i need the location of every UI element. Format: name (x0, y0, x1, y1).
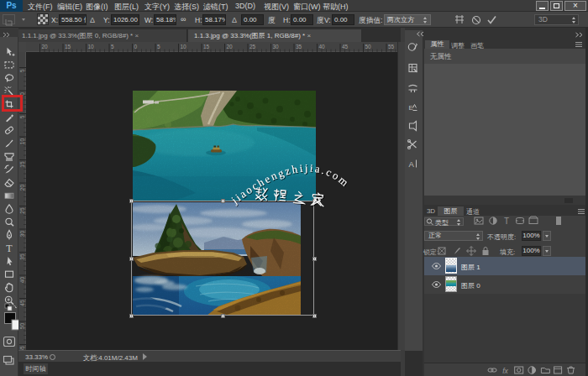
svg-text:5: 5 (111, 44, 114, 50)
svg-text:20: 20 (227, 44, 234, 50)
svg-text:T: T (6, 243, 13, 254)
svg-text:fx: fx (502, 367, 508, 375)
svg-text:50: 50 (365, 44, 372, 50)
svg-text:10: 10 (181, 44, 187, 50)
svg-text:25: 25 (249, 44, 256, 50)
svg-text:10: 10 (88, 44, 95, 50)
svg-text:30: 30 (273, 44, 280, 50)
svg-text:A: A (409, 159, 415, 169)
svg-text:15: 15 (203, 44, 210, 50)
svg-text:5: 5 (19, 115, 25, 118)
svg-text:E: E (409, 104, 413, 112)
svg-text:45: 45 (342, 44, 349, 50)
svg-text:35: 35 (296, 44, 302, 50)
svg-text:5: 5 (157, 44, 160, 50)
svg-text:T: T (504, 217, 509, 226)
svg-text:40: 40 (319, 44, 326, 50)
svg-text:20: 20 (42, 44, 49, 50)
svg-text:15: 15 (65, 44, 71, 50)
svg-text:0: 0 (134, 44, 138, 50)
svg-text:55: 55 (388, 44, 395, 50)
svg-text:5: 5 (19, 69, 25, 72)
svg-text:jiaochengzhijia.com: jiaochengzhijia.com (228, 161, 353, 206)
